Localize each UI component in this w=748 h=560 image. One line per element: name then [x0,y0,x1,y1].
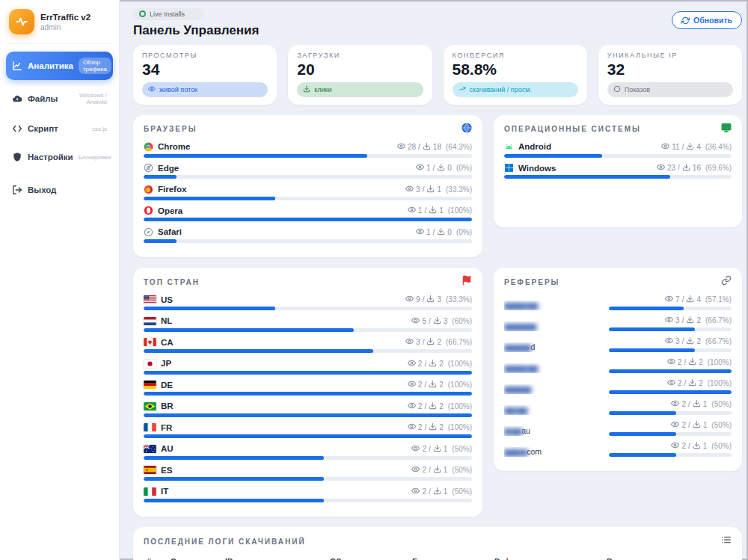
stat-value: 58.8% [453,61,578,79]
eye-icon [397,142,405,152]
referrer-name: ▆▆▆▆▆ [504,384,603,394]
metric-name: BR [144,401,174,410]
row-stats: 2/2(100%) [408,380,472,390]
metric-bar-fill [144,239,177,243]
row-stats: 2/2(100%) [408,401,472,411]
referrer-row: ▆▆▆▆ ▆▆ 7/4(57.1%) [504,295,732,310]
metric-name: Safari [144,227,182,237]
metric-row: DE 2/2(100%) [144,380,472,396]
sidebar-item-analytics[interactable]: АналитикаОбзор трафика [6,52,113,80]
eye-icon [405,185,414,194]
row-stats: 3/2(66.7%) [609,336,732,346]
metric-bar-track [144,154,472,158]
row-stats: 2/1(50%) [609,420,732,430]
sidebar-item-script[interactable]: Скриптcss.js [6,117,113,140]
metric-bar-fill [609,411,676,415]
sidebar-item-settings[interactable]: НастройкиБлокировки [6,146,113,168]
os-panel: ОПЕРАЦИОННЫЕ СИСТЕМЫ Android 11/4(36.4%)… [494,115,742,227]
stat-cards-row: ПРОСМОТРЫ34живой потокЗАГРУЗКИ20кликиКОН… [133,45,742,105]
sidebar-item-files[interactable]: ФайлыWindows / Android [6,86,113,111]
row-stats: 1/0(0%) [416,227,472,237]
metric-bar-track [609,327,732,331]
cloud-icon [12,93,22,104]
metric-name: DE [144,381,173,390]
panels-row-2: ТОП СТРАН US 9/3(33.3%) NL 5/3(60%) CA 3… [133,268,742,517]
referrer-name: ▆▆▆ ▆com [504,447,603,457]
download-icon [686,336,694,346]
eye-icon [665,336,673,346]
row-stats: 7/4(57.1%) [609,295,732,304]
eye-icon [661,142,669,152]
download-icon [686,316,694,325]
download-icon [429,359,437,369]
metric-bar-fill [609,390,732,394]
referrer-row: ▆▆▆▆ ▆▆ 2/2(100%) [504,357,732,373]
metric-name: Windows [504,163,556,173]
metric-bar-fill [609,453,676,457]
stat-badge: клики [297,82,423,97]
metric-bar-track [144,392,472,396]
download-icon [426,295,435,304]
sidebar-nav: АналитикаОбзор трафикаФайлыWindows / And… [6,52,113,201]
row-stats: 1/1(100%) [408,206,472,215]
metric-row: ES 2/1(50%) [144,465,472,481]
flag-ca-icon [144,338,156,346]
stat-value: 34 [142,61,268,79]
metric-name: Android [504,142,551,152]
metric-row: CA 3/2(66.7%) [144,337,472,353]
logs-column-header: Время [604,554,732,560]
metric-bar-fill [609,348,695,352]
logs-column-header: Браузер [409,554,491,560]
row-stats: 2/2(100%) [408,359,472,369]
download-logs-panel: ПОСЛЕДНИЕ ЛОГИ СКАЧИВАНИЙ #СтранаIPOSБра… [133,527,742,560]
row-stats: 2/2(100%) [408,422,472,432]
referrer-row: ▆▆▆▆▆ 2/2(100%) [504,378,732,394]
download-icon [433,316,441,326]
sidebar-item-sub: Windows / Android [63,92,107,105]
sidebar-item-sub: Блокировки [79,154,111,161]
referrer-name: ▆ ▆▆au [504,426,603,436]
eye-icon [408,380,416,390]
download-icon [429,380,437,390]
refresh-button[interactable]: Обновить [672,11,742,29]
metric-bar-fill [504,154,602,158]
metric-bar-track [609,432,732,436]
row-stats: 23/16(69.6%) [657,163,732,173]
row-stats: 2/1(50%) [411,465,472,475]
metric-bar-fill [144,434,472,438]
row-stats: 2/2(100%) [609,357,732,367]
metric-bar-track [609,390,732,394]
metric-row: Windows 23/16(69.6%) [504,163,732,179]
metric-row: Safari 1/0(0%) [144,227,472,243]
globe-icon [462,123,472,136]
eye-icon [411,316,420,326]
eye-icon [411,487,420,496]
stat-card: ПРОСМОТРЫ34живой поток [133,45,277,105]
panel-header: РЕФЕРЕРЫ [504,275,732,289]
download-icon [433,465,441,475]
metric-bar-fill [144,218,472,221]
sidebar-item-logout[interactable]: Выход [6,179,113,201]
page-title: Панель Управления [133,23,259,38]
referrer-name: ▆▆▆▆ ▆▆ [504,301,603,310]
download-icon [423,142,431,152]
eye-icon [665,295,673,304]
sidebar-item-label: Скрипт [28,124,58,133]
stat-label: ПРОСМОТРЫ [142,52,268,59]
flag-au-icon [144,445,156,453]
referrer-row: ▆▆▆▆▆d 3/2(66.7%) [504,336,732,352]
panel-header: ТОП СТРАН [144,275,472,289]
link-icon [721,275,732,289]
row-stats: 2/1(50%) [609,399,732,409]
logs-column-header: # [144,554,168,560]
metric-bar-track [144,371,472,375]
flag-jp-icon [144,360,156,368]
logs-column-header: Страна [168,554,222,560]
eye-icon [667,357,675,367]
monitor-icon [721,123,732,136]
stat-value: 20 [297,61,423,79]
eye-icon [671,399,679,409]
eye-icon [408,401,416,411]
metric-bar-track [609,453,732,457]
eye-icon [408,206,416,215]
